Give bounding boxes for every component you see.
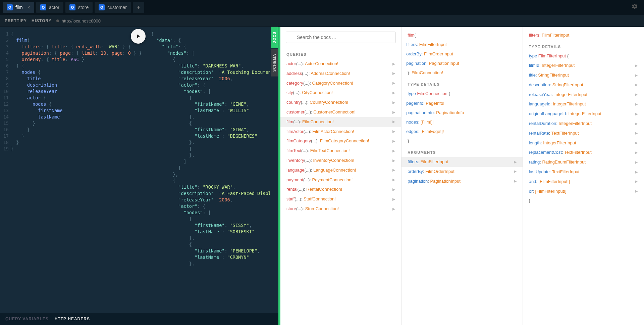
chevron-right-icon: ▶ [635,92,638,98]
queries-header: QUERIES [280,48,401,59]
query-item-language[interactable]: language(...): LanguageConnection!▶ [280,166,401,175]
variables-bar: QUERY VARIABLES HTTP HEADERS [0,313,278,325]
input-field-title[interactable]: title: StringFilterInput▶ [523,71,644,80]
query-item-payment[interactable]: payment(...): PaymentConnection!▶ [280,175,401,185]
docs-tab[interactable]: DOCS [271,27,278,48]
type-details-header: TYPE DETAILS [401,78,522,89]
query-item-customer[interactable]: customer(...): CustomerConnection!▶ [280,107,401,117]
input-field-originalLanguageId[interactable]: originalLanguageId: IntegerFilterInput▶ [523,109,644,119]
input-field-description[interactable]: description: StringFilterInput▶ [523,80,644,90]
chevron-right-icon: ▶ [635,121,638,127]
chevron-right-icon: ▶ [635,188,638,194]
input-field-filmId[interactable]: filmId: IntegerFilterInput▶ [523,61,644,71]
input-field-rating[interactable]: rating: RatingEnumFilterInput▶ [523,157,644,167]
query-item-inventory[interactable]: inventory(...): InventoryConnection!▶ [280,156,401,166]
tab-label: customer [107,5,127,10]
chevron-right-icon: ▶ [514,169,517,175]
detail-return-type[interactable]: FilmConnection! [412,70,443,75]
chevron-right-icon: ▶ [392,71,395,77]
query-icon: Q [99,4,105,10]
input-field-and[interactable]: and: [FilmFilterInput!]▶ [523,177,644,187]
history-button[interactable]: HISTORY [32,18,52,23]
docs-search-input[interactable] [286,32,396,43]
query-icon: Q [40,4,46,10]
argument-item-pagination[interactable]: pagination: PaginationInput▶ [401,177,522,186]
input-field-length[interactable]: length: IntegerFilterInput▶ [523,138,644,148]
input-field-languageId[interactable]: languageId: IntegerFilterInput▶ [523,99,644,109]
detail-type-name[interactable]: FilmConnection [417,91,447,96]
response-viewer[interactable]: { "data": { "film": { "nodes": [ { "titl… [144,27,270,313]
input-field-rentalDuration[interactable]: rentalDuration: IntegerFilterInput▶ [523,119,644,129]
type-field[interactable]: pageInfo: PageInfo! [401,99,522,108]
tabs: Qfilm×QactorQstoreQcustomer+ [3,2,631,13]
input-field-rentalRate[interactable]: rentalRate: TextFilterInput▶ [523,129,644,138]
tab-label: film [15,5,23,10]
line-gutter: 12345678910111213141516171819 [0,27,11,313]
close-icon[interactable]: × [28,5,30,10]
input-field-or[interactable]: or: [FilmFilterInput!]▶ [523,187,644,196]
schema-tab[interactable]: SCHEMA [271,49,278,77]
tab-label: actor [49,5,59,10]
query-item-staff[interactable]: staff(...): StaffConnection!▶ [280,194,401,204]
chevron-right-icon: ▶ [635,101,638,107]
settings-icon[interactable] [631,3,638,12]
argument-item-orderBy[interactable]: orderBy: FilmOrderInput▶ [401,167,522,177]
tab-label: store [78,5,89,10]
chevron-right-icon: ▶ [392,90,395,96]
type-field[interactable]: edges: [FilmEdge!]! [401,127,522,136]
chevron-right-icon: ▶ [392,80,395,86]
query-icon: Q [69,4,75,10]
query-item-category[interactable]: category(...): CategoryConnection!▶ [280,79,401,88]
query-item-country[interactable]: country(...): CountryConnection!▶ [280,98,401,107]
chevron-right-icon: ▶ [514,159,517,165]
input-field-replacementCost[interactable]: replacementCost: TextFilterInput▶ [523,148,644,157]
chevron-right-icon: ▶ [392,119,395,125]
chevron-right-icon: ▶ [392,206,395,212]
docs-column-type: filters: FilmFilterInput TYPE DETAILS ty… [523,27,644,325]
docs-panel: QUERIES actor(...): ActorConnection!▶add… [280,27,644,325]
chevron-right-icon: ▶ [392,100,395,106]
query-editor[interactable]: 12345678910111213141516171819 { film( fi… [0,27,144,313]
type-field[interactable]: paginationInfo: PaginationInfo [401,108,522,118]
input-field-lastUpdate[interactable]: lastUpdate: TextFilterInput▶ [523,167,644,177]
chevron-right-icon: ▶ [635,140,638,146]
query-item-store[interactable]: store(...): StoreConnection!▶ [280,204,401,214]
chevron-right-icon: ▶ [392,138,395,144]
http-headers-tab[interactable]: HTTP HEADERS [55,317,90,321]
query-variables-tab[interactable]: QUERY VARIABLES [5,317,49,321]
signature-arg: pagination: PaginationInput [401,59,522,68]
run-button[interactable] [131,29,146,44]
tab-store[interactable]: Qstore [65,2,93,13]
prettify-button[interactable]: PRETTIFY [5,18,27,23]
breadcrumb-type[interactable]: FilmFilterInput [542,33,569,38]
query-item-filmActor[interactable]: filmActor(...): FilmActorConnection!▶ [280,127,401,137]
top-bar: Qfilm×QactorQstoreQcustomer+ [0,0,644,15]
docs-column-detail: film( filters: FilmFilterInputorderBy: F… [401,27,523,325]
endpoint-url: http://localhost:8000 [62,18,101,24]
chevron-right-icon: ▶ [635,111,638,117]
chevron-right-icon: ▶ [635,63,638,69]
tab-film[interactable]: Qfilm× [3,2,34,13]
new-tab-button[interactable]: + [133,2,144,13]
query-item-film[interactable]: film(...): FilmConnection!▶ [280,117,401,127]
query-item-filmText[interactable]: filmText(...): FilmTextConnection!▶ [280,146,401,156]
tab-actor[interactable]: Qactor [36,2,63,13]
tab-customer[interactable]: Qcustomer [95,2,131,13]
query-item-actor[interactable]: actor(...): ActorConnection!▶ [280,59,401,69]
type-field[interactable]: nodes: [Film!]! [401,118,522,127]
query-item-city[interactable]: city(...): CityConnection!▶ [280,88,401,98]
chevron-right-icon: ▶ [635,179,638,185]
chevron-right-icon: ▶ [635,130,638,136]
query-item-address[interactable]: address(...): AddressConnection!▶ [280,69,401,79]
detail-field-name: film [408,33,414,38]
query-item-filmCategory[interactable]: filmCategory(...): FilmCategoryConnectio… [280,136,401,146]
type-name: FilmFilterInput [538,53,566,58]
query-code[interactable]: { film( filters: { title: { ends_with: "… [11,27,142,313]
query-item-rental[interactable]: rental(...): RentalConnection!▶ [280,185,401,194]
chevron-right-icon: ▶ [635,169,638,175]
arguments-header: ARGUMENTS [401,146,522,157]
input-field-releaseYear[interactable]: releaseYear: IntegerFilterInput▶ [523,90,644,100]
chevron-right-icon: ▶ [392,148,395,154]
argument-item-filters[interactable]: filters: FilmFilterInput▶ [401,157,522,167]
endpoint-display[interactable]: http://localhost:8000 [56,18,101,24]
